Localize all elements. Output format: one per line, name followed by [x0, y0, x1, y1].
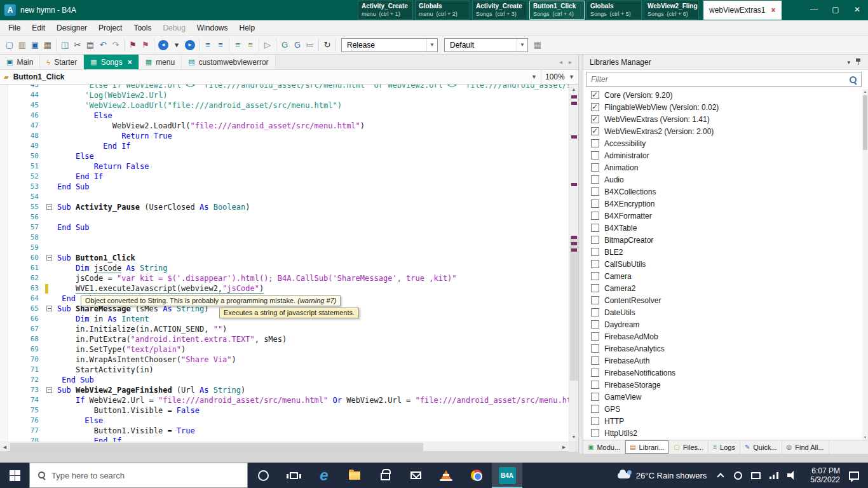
line-number[interactable]: 54: [0, 192, 44, 202]
menu-edit[interactable]: Edit: [26, 20, 51, 36]
library-item-audio[interactable]: Audio: [583, 173, 862, 186]
library-item-bitmapcreator[interactable]: BitmapCreator: [583, 234, 862, 246]
line-number[interactable]: 50: [0, 151, 44, 161]
horizontal-scroll-thumb[interactable]: [10, 443, 423, 451]
library-checkbox[interactable]: [591, 332, 599, 341]
library-checkbox[interactable]: [591, 224, 599, 232]
line-number[interactable]: 43: [0, 85, 44, 90]
task-view-taskbar-button[interactable]: [278, 463, 309, 488]
module-tab-starter[interactable]: ϟStarter: [40, 55, 84, 69]
menu-debug[interactable]: Debug: [157, 20, 191, 36]
export-icon[interactable]: ▦: [41, 38, 54, 52]
chevron-down-icon[interactable]: ▼: [527, 74, 541, 80]
library-checkbox[interactable]: [591, 212, 599, 220]
clean-project-icon[interactable]: ↻: [321, 38, 334, 52]
action-center-icon[interactable]: [849, 471, 859, 480]
line-number[interactable]: 67: [0, 324, 44, 334]
code-line-55[interactable]: 55−Sub Activity_Pause (UserClosed As Boo…: [0, 202, 569, 212]
library-checkbox[interactable]: [591, 200, 599, 208]
bookmark-icon[interactable]: ⚑: [126, 38, 139, 52]
navigate-forward-icon[interactable]: ►: [185, 40, 195, 50]
quick-jump-tab-button1-click[interactable]: Button1_ClickSongs (ctrl + 4): [529, 1, 585, 20]
library-item-firebaseauth[interactable]: FirebaseAuth: [583, 355, 862, 367]
filter-input[interactable]: [587, 72, 846, 86]
library-checkbox[interactable]: [591, 187, 599, 196]
scroll-up-icon[interactable]: ▲: [569, 85, 578, 94]
quick-jump-tab-globals[interactable]: GlobalsSongs (ctrl + 5): [587, 1, 642, 20]
clock-tray-icon[interactable]: [734, 471, 742, 480]
libraries-scrollbar[interactable]: ▲ ▼: [862, 89, 868, 440]
clock[interactable]: 6:07 PM 5/3/2022: [810, 466, 840, 484]
library-checkbox[interactable]: [591, 284, 599, 292]
library-checkbox[interactable]: [591, 393, 599, 401]
line-number[interactable]: 78: [0, 436, 44, 442]
chrome-taskbar-button[interactable]: [461, 463, 492, 488]
library-checkbox[interactable]: [591, 139, 599, 147]
scroll-up-icon[interactable]: ▲: [862, 90, 868, 93]
line-number[interactable]: 71: [0, 365, 44, 375]
library-checkbox[interactable]: [591, 320, 599, 329]
dock-tab-files[interactable]: ▢Files...: [669, 440, 709, 454]
new-module-icon[interactable]: ▢: [3, 38, 16, 52]
minimize-button[interactable]: —: [803, 0, 825, 20]
explorer-taskbar-button[interactable]: [339, 463, 370, 488]
store-taskbar-button[interactable]: [370, 463, 400, 488]
library-checkbox[interactable]: [591, 91, 599, 99]
scroll-tabs-right-icon[interactable]: ▸: [569, 58, 572, 65]
code-line-69[interactable]: 69 in.SetType("text/plain"): [0, 344, 569, 355]
code-editor[interactable]: 43 'Else If WebView2.Url <> "file:///and…: [0, 85, 569, 442]
line-number[interactable]: 70: [0, 355, 44, 365]
line-number[interactable]: 75: [0, 405, 44, 416]
code-line-53[interactable]: 53End Sub: [0, 182, 569, 192]
line-number[interactable]: 57: [0, 222, 44, 233]
display-tray-icon[interactable]: [751, 472, 761, 479]
line-number[interactable]: 65: [0, 304, 44, 314]
conditional-symbols-select[interactable]: Default▼: [444, 38, 528, 52]
comment-icon[interactable]: ≡: [231, 38, 244, 52]
library-item-flingablewebview[interactable]: FlingableWebView (Version: 0.02): [583, 101, 862, 113]
mail-taskbar-button[interactable]: [400, 463, 431, 488]
vlc-taskbar-button[interactable]: [431, 463, 461, 488]
quick-jump-tab-activity-create[interactable]: Activity_Createmenu (ctrl + 1): [358, 1, 413, 20]
line-number[interactable]: 49: [0, 141, 44, 151]
zoom-combo[interactable]: 100% ▼: [541, 70, 578, 84]
library-item-core[interactable]: Core (Version: 9.20): [583, 89, 862, 101]
module-tab-main[interactable]: ▣Main: [0, 55, 40, 69]
scroll-down-icon[interactable]: ▼: [569, 432, 578, 442]
line-number[interactable]: 63: [0, 283, 44, 294]
library-checkbox[interactable]: [591, 103, 599, 111]
member-combo[interactable]: ▰ Button1_Click ▼: [0, 70, 541, 84]
library-checkbox[interactable]: [591, 163, 599, 172]
fold-collapse-icon[interactable]: −: [46, 255, 52, 261]
scroll-right-icon[interactable]: ▶: [559, 442, 569, 452]
code-line-52[interactable]: 52 End If: [0, 172, 569, 182]
line-number[interactable]: 59: [0, 243, 44, 253]
undo-icon[interactable]: ↶: [97, 38, 109, 52]
code-line-54[interactable]: 54: [0, 192, 569, 202]
code-line-75[interactable]: 75 Button1.Visible = False: [0, 405, 569, 416]
library-checkbox[interactable]: [591, 356, 599, 365]
library-checkbox[interactable]: [591, 260, 599, 268]
line-number[interactable]: 48: [0, 131, 44, 141]
fold-collapse-icon[interactable]: −: [46, 204, 52, 210]
code-line-58[interactable]: 58: [0, 233, 569, 243]
edge-taskbar-button[interactable]: e: [309, 463, 339, 488]
library-checkbox[interactable]: [591, 369, 599, 377]
b4a-taskbar-button[interactable]: B4A: [492, 463, 522, 488]
library-item-firebaseadmob[interactable]: FirebaseAdMob: [583, 330, 862, 342]
module-tab-customwebviewerror[interactable]: ▤customwebviewerror: [182, 55, 275, 69]
outdent-icon[interactable]: ≡: [201, 38, 214, 52]
library-item-firebasestorage[interactable]: FirebaseStorage: [583, 379, 862, 391]
code-line-49[interactable]: 49 End If: [0, 141, 569, 151]
code-line-48[interactable]: 48 Return True: [0, 131, 569, 141]
close-icon[interactable]: ×: [128, 58, 132, 67]
generate-members-icon[interactable]: G: [278, 38, 291, 52]
editor-horizontal-scrollbar[interactable]: ◀ ▶: [0, 442, 578, 451]
code-line-47[interactable]: 47 WebView2.LoadUrl("file:///android_ass…: [0, 121, 569, 131]
library-item-b4xencryption[interactable]: B4XEncryption: [583, 198, 862, 210]
dock-tab-modu[interactable]: ▣Modu...: [583, 440, 625, 454]
vertical-scroll-thumb[interactable]: [570, 236, 578, 381]
line-number[interactable]: 46: [0, 111, 44, 121]
library-item-gameview[interactable]: GameView: [583, 391, 862, 403]
module-tab-songs[interactable]: ▦Songs×: [84, 55, 139, 69]
